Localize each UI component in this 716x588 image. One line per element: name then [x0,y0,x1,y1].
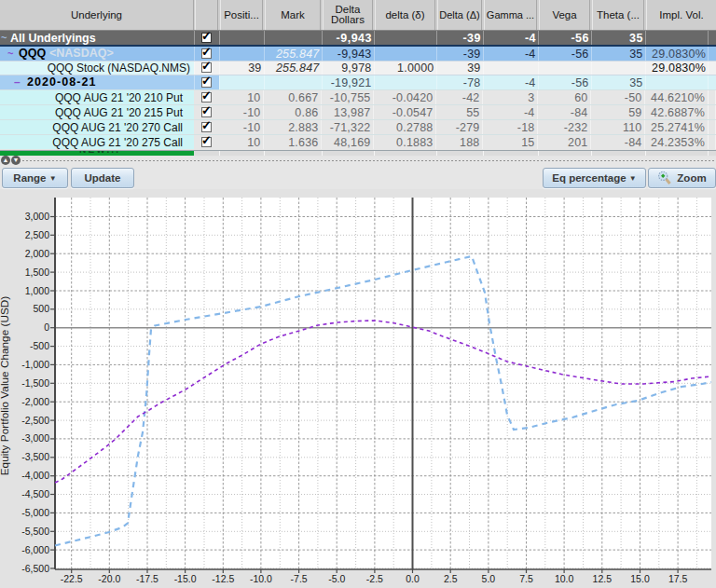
svg-text:-5.0: -5.0 [328,573,345,584]
svg-text:Equity Portfolio Value Change: Equity Portfolio Value Change (USD) [0,296,11,476]
svg-text:0: 0 [44,321,49,333]
svg-text:-500: -500 [30,340,49,351]
svg-text:2,000: 2,000 [25,248,49,259]
svg-text:-4,000: -4,000 [21,470,49,481]
svg-text:-12.5: -12.5 [212,573,234,584]
svg-text:-15.0: -15.0 [174,573,197,584]
svg-text:-5,500: -5,500 [21,526,49,537]
svg-text:-3,500: -3,500 [21,451,49,462]
svg-text:2.5: 2.5 [444,573,458,584]
svg-text:-7.5: -7.5 [291,573,308,584]
svg-text:-22.5: -22.5 [61,573,83,584]
svg-text:2,500: 2,500 [25,229,49,240]
svg-text:3,000: 3,000 [25,211,49,222]
svg-text:-17.5: -17.5 [136,573,158,584]
svg-text:-1,500: -1,500 [21,377,49,389]
svg-text:-3,000: -3,000 [21,432,49,444]
svg-text:1,500: 1,500 [25,267,49,278]
svg-text:10.0: 10.0 [555,573,574,584]
svg-text:-1,000: -1,000 [21,359,49,370]
svg-text:-2.5: -2.5 [366,573,383,584]
svg-text:12.5: 12.5 [593,573,613,584]
svg-text:-2,000: -2,000 [21,396,49,407]
svg-text:5.0: 5.0 [482,573,496,584]
svg-text:-6,500: -6,500 [21,563,49,574]
svg-text:500: 500 [33,303,49,314]
svg-text:15.0: 15.0 [630,573,650,584]
svg-text:-5,000: -5,000 [21,507,49,518]
svg-text:-10.0: -10.0 [250,573,272,584]
svg-text:-6,000: -6,000 [21,544,49,555]
svg-text:-20.0: -20.0 [98,573,120,584]
svg-text:7.5: 7.5 [519,573,533,584]
svg-text:-4,500: -4,500 [21,488,49,499]
svg-text:0.0: 0.0 [406,573,420,584]
svg-text:17.5: 17.5 [668,573,688,584]
svg-text:-2,500: -2,500 [21,415,49,426]
svg-text:1,000: 1,000 [25,285,49,296]
